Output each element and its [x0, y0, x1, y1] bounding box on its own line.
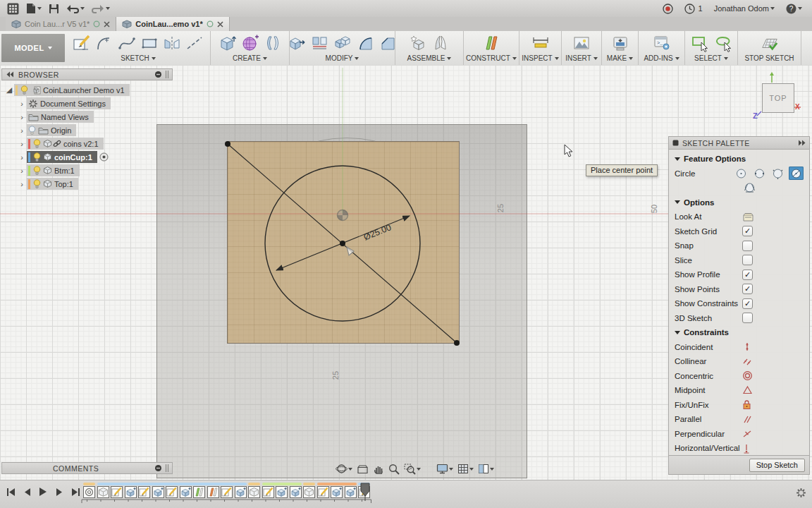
two-point-circle-button[interactable] [752, 167, 767, 180]
visibility-bulb-icon[interactable] [33, 179, 41, 189]
center-diameter-circle-button[interactable] [734, 167, 749, 180]
constraints-heading[interactable]: Constraints [669, 325, 809, 340]
app-launcher-icon[interactable] [7, 3, 19, 15]
expanded-arrow-icon[interactable]: ◢ [4, 85, 14, 95]
timeline-feature-extrude[interactable] [235, 486, 247, 498]
spline-tool-icon[interactable] [118, 34, 136, 52]
feature-options-heading[interactable]: Feature Options [669, 152, 809, 167]
zoom-button[interactable] [388, 464, 400, 475]
addins-tool-icon[interactable]: >_ [653, 34, 671, 52]
construction-line-icon[interactable] [185, 34, 204, 52]
look-at-icon[interactable] [742, 212, 754, 222]
zoom-window-button[interactable] [404, 464, 421, 475]
timeline-feature-sketch[interactable] [166, 486, 178, 498]
show-profile-checkbox[interactable] [742, 270, 753, 280]
tab-status-icon[interactable] [207, 20, 214, 28]
timeline-playhead[interactable] [360, 483, 371, 501]
c-concentric-icon[interactable] [742, 370, 753, 381]
three-tangent-circle-button[interactable] [742, 181, 757, 195]
timeline-feature-derive[interactable] [83, 486, 95, 498]
document-tab-0[interactable]: Coin Lau...r V5 v1* [6, 17, 116, 31]
insert-image-icon[interactable] [572, 34, 591, 52]
job-status-button[interactable]: 1 [684, 4, 703, 14]
arc-tool-icon[interactable] [95, 34, 113, 52]
expand-chevron-icon[interactable]: › [17, 113, 27, 121]
joint-tool-icon[interactable] [431, 34, 450, 52]
browser-item-origin[interactable]: ›Origin [1, 123, 213, 137]
timeline-feature-sketch[interactable] [221, 486, 233, 498]
ribbon-group-label[interactable]: MODIFY [326, 54, 359, 62]
orbit-button[interactable] [336, 463, 352, 475]
timeline-feature-body[interactable] [97, 486, 109, 498]
expand-chevron-icon[interactable]: › [17, 180, 27, 188]
3d-sketch-checkbox[interactable] [742, 313, 753, 323]
save-button[interactable] [49, 4, 59, 14]
timeline-feature-extrude[interactable] [331, 486, 343, 498]
sketch-plane-face[interactable] [227, 141, 460, 344]
timeline-feature-extrude[interactable] [345, 486, 357, 498]
ribbon-group-label[interactable]: INSPECT [522, 54, 558, 62]
press-pull-icon[interactable] [288, 34, 307, 52]
snap-checkbox[interactable] [742, 241, 753, 251]
panel-pin-icon[interactable] [154, 71, 162, 78]
browser-item-document-settings[interactable]: ›Document Settings [1, 97, 213, 110]
timeline-feature-comp-green[interactable] [193, 486, 205, 498]
display-settings-button[interactable] [436, 464, 453, 474]
options-heading[interactable]: Options [669, 195, 809, 210]
c-fix-icon[interactable] [742, 399, 751, 410]
timeline-feature-extrude[interactable] [152, 486, 164, 498]
split-tool-icon[interactable] [311, 34, 329, 52]
panel-grip-icon[interactable] [165, 71, 169, 78]
timeline-settings-gear-icon[interactable] [796, 488, 806, 498]
select-lasso-icon[interactable] [713, 34, 732, 52]
visibility-bulb-icon[interactable] [33, 152, 41, 162]
document-tab-1[interactable]: CoinLau...emo v1* [116, 17, 229, 31]
timeline-feature-extrude[interactable] [125, 486, 137, 498]
timeline-feature-sketch[interactable] [317, 486, 329, 498]
ribbon-group-label[interactable]: INSERT [565, 54, 598, 62]
select-box-icon[interactable] [691, 34, 709, 52]
box-create-icon[interactable] [219, 34, 237, 52]
chamfer-tool-icon[interactable] [379, 34, 397, 52]
make-tool-icon[interactable] [611, 34, 629, 52]
stop-sketch-icon[interactable] [761, 34, 779, 52]
ribbon-group-label[interactable]: ADD-INS [644, 54, 679, 62]
timeline-feature-body[interactable] [248, 486, 260, 498]
mirror-tool-icon[interactable] [163, 34, 181, 52]
browser-item-named-views[interactable]: ›Named Views [1, 110, 213, 123]
redo-button[interactable] [92, 4, 110, 13]
grid-settings-button[interactable] [457, 464, 474, 474]
expand-chevron-icon[interactable]: › [17, 167, 27, 175]
c-perp-icon[interactable] [742, 429, 753, 439]
viewports-button[interactable] [478, 464, 494, 474]
panel-pin-icon[interactable] [154, 464, 162, 472]
revolve-tool-icon[interactable] [264, 34, 282, 52]
form-tool-icon[interactable] [241, 34, 259, 52]
fillet-tool-icon[interactable] [356, 34, 374, 52]
timeline-feature-comp-orange[interactable] [207, 486, 219, 498]
timeline-feature-extrude[interactable] [290, 486, 302, 498]
visibility-bulb-icon[interactable] [33, 166, 41, 176]
browser-panel-header[interactable]: BROWSER [1, 68, 173, 80]
timeline-feature-sketch[interactable] [111, 486, 123, 498]
browser-item-top-1[interactable]: ›Top:1 [1, 177, 213, 190]
new-component-icon[interactable] [409, 34, 427, 52]
collapse-panel-icon[interactable] [2, 71, 18, 78]
c-coincident-icon[interactable] [742, 341, 752, 352]
visibility-bulb-icon[interactable] [33, 139, 41, 149]
timeline-feature-extrude[interactable] [276, 486, 288, 498]
expand-chevron-icon[interactable]: › [17, 99, 27, 108]
sketch-grid-checkbox[interactable] [742, 226, 753, 236]
record-button[interactable] [663, 4, 673, 14]
tab-status-icon[interactable] [93, 20, 100, 28]
measure-tool-icon[interactable] [531, 34, 550, 52]
tab-close-icon[interactable] [104, 21, 110, 28]
timeline-feature-extrude[interactable] [180, 486, 192, 498]
timeline-feature-body[interactable] [303, 486, 315, 498]
comments-panel-header[interactable]: COMMENTS [1, 462, 173, 474]
sketch-create-icon[interactable] [73, 34, 91, 52]
timeline-feature-sketch[interactable] [138, 486, 150, 498]
two-tangent-circle-button[interactable] [789, 167, 804, 180]
canvas-viewport[interactable]: Ø25.00 25 50 25 Place center point TOP X… [0, 65, 812, 480]
panel-grip-icon[interactable] [165, 464, 169, 472]
